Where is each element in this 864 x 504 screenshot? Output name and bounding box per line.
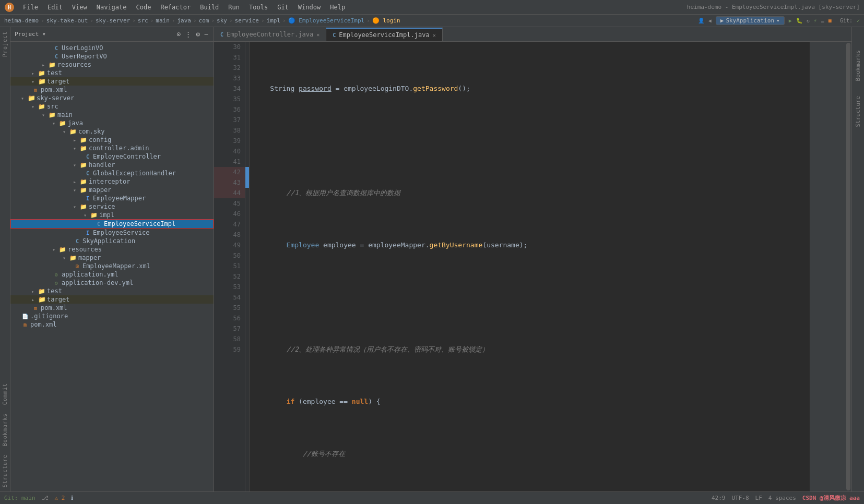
profile-button[interactable]: ⚡ [814,18,817,23]
code-content[interactable]: String password = employeeLoginDTO.getPa… [250,42,810,491]
tree-item-target2[interactable]: ▸ 📁 target [10,295,214,304]
line-47: 47 [214,219,245,230]
line-43: 43 [214,177,245,188]
tab-empserviceimpl[interactable]: C EmployeeServiceImpl.java ✕ [326,28,442,41]
stop-button[interactable]: ■ [829,18,832,23]
gutter: 30 31 32 33 34 35 36 37 38 39 40 41 42 4… [214,42,245,491]
tree-item-test[interactable]: ▸ 📁 test [10,69,214,77]
tree-item-appyml[interactable]: ⚙ application.yml [10,270,214,279]
panel-icon-minimize[interactable]: − [203,29,209,39]
line-54: 54 [214,292,245,303]
tree-item-empmapper-xml[interactable]: 🗎 EmployeeMapper.xml [10,262,214,270]
more-button[interactable]: … [821,18,824,23]
tree-item-pom[interactable]: m pom.xml [10,86,214,94]
tree-item-interceptor[interactable]: ▸ 📁 interceptor [10,177,214,186]
structure-tab[interactable]: Structure [1,452,9,489]
code-line-30: String password = employeeLoginDTO.getPa… [250,83,810,94]
status-right: 42:9 UTF-8 LF 4 spaces CSDN @清风微凉 aaa [712,494,860,502]
tree-item-empmapper[interactable]: I EmployeeMapper [10,194,214,202]
tree-item-userloginvo[interactable]: C UserLoginVO [10,44,214,52]
breadcrumb-method[interactable]: 🟠 login [372,17,400,24]
tree-item-java[interactable]: ▾ 📁 java [10,119,214,127]
breadcrumb-service[interactable]: service [235,17,259,24]
menu-tools[interactable]: Tools [245,3,272,12]
tree-item-handler[interactable]: ▾ 📁 handler [10,161,214,169]
line-36: 36 [214,104,245,115]
tab-empcontroller[interactable]: C EmployeeController.java ✕ [214,28,326,41]
line-51: 51 [214,261,245,271]
tree-item-skyapp[interactable]: C SkyApplication [10,237,214,245]
user-icon: 👤 [698,18,704,23]
tree-item-controller-admin[interactable]: ▾ 📁 controller.admin [10,144,214,152]
breadcrumb-server[interactable]: sky-server [96,17,130,24]
menu-edit[interactable]: Edit [43,3,67,12]
project-tab[interactable]: Project [1,29,9,59]
menu-file[interactable]: File [19,3,42,12]
line-45: 45 [214,198,245,209]
right-tab-structure[interactable]: Structure [854,94,862,129]
tree-item-globalex[interactable]: C GlobalExceptionHandler [10,169,214,177]
code-editor: 30 31 32 33 34 35 36 37 38 39 40 41 42 4… [214,42,851,491]
tree-item-empserviceimpl[interactable]: C EmployeeServiceImpl [10,219,214,229]
breadcrumb-sky[interactable]: sky [217,17,227,24]
right-tab-bookmarks[interactable]: Bookmarks [854,48,862,83]
tree-item-empservice[interactable]: I EmployeeService [10,229,214,237]
menu-code[interactable]: Code [132,3,156,12]
breadcrumb-heima[interactable]: heima-demo [4,17,39,24]
commit-tab[interactable]: Commit [1,381,9,407]
line-59: 59 [214,344,245,355]
panel-icon-sync[interactable]: ⊙ [176,29,182,39]
tree-item-comsky[interactable]: ▾ 📁 com.sky [10,127,214,136]
status-line-col: 42:9 [712,495,726,501]
run-config[interactable]: ▶ SkyApplication ▾ [716,16,785,25]
tree-item-userreportvo[interactable]: C UserReportVO [10,52,214,61]
menu-help[interactable]: Help [326,3,349,12]
breadcrumb-class[interactable]: 🔵 EmployeeServiceImpl [288,17,364,24]
status-csdn: CSDN @清风微凉 aaa [802,494,860,502]
tree-item-empcontroller[interactable]: C EmployeeController [10,152,214,161]
breadcrumb-java[interactable]: java [177,17,191,24]
bookmarks-tab[interactable]: Bookmarks [1,411,9,448]
tree-item-appdevyml[interactable]: ⚙ application-dev.yml [10,279,214,287]
back-icon[interactable]: ◀ [708,18,712,23]
menu-window[interactable]: Window [294,3,325,12]
tab-close-empserviceimpl[interactable]: ✕ [433,32,436,38]
tree-item-mapper2[interactable]: ▾ 📁 mapper [10,254,214,262]
tree-item-resources[interactable]: ▸ 📁 resources [10,61,214,69]
line-42: 42 [214,167,245,177]
menu-refactor[interactable]: Refactor [156,3,195,12]
minimap[interactable] [810,42,851,491]
line-57: 57 [214,323,245,334]
scrollbar-thumb[interactable] [846,43,850,490]
breadcrumb-com[interactable]: com [199,17,209,24]
tree-item-pom3[interactable]: m pom.xml [10,320,214,329]
tab-close-empcontroller[interactable]: ✕ [316,32,319,38]
breadcrumb-impl[interactable]: impl [267,17,281,24]
tree-item-main[interactable]: ▾ 📁 main [10,111,214,119]
breadcrumb-main[interactable]: main [156,17,170,24]
tree-item-test2[interactable]: ▸ 📁 test [10,287,214,295]
breadcrumb-src[interactable]: src [138,17,148,24]
menu-view[interactable]: View [68,3,91,12]
tree-item-service[interactable]: ▾ 📁 service [10,202,214,211]
menu-navigate[interactable]: Navigate [92,3,131,12]
tree-item-mapper[interactable]: ▾ 📁 mapper [10,186,214,194]
panel-icon-collapse[interactable]: ⋮ [184,29,193,39]
tree-item-src[interactable]: ▾ 📁 src [10,102,214,111]
run-button[interactable]: ▶ [789,18,792,23]
panel-icon-settings[interactable]: ⚙ [195,29,201,39]
tree-item-target[interactable]: ▾ 📁 target [10,77,214,86]
breadcrumb-taketout[interactable]: sky-take-out [46,17,88,24]
tree-item-sky-server[interactable]: ▾ 📁 sky-server [10,94,214,102]
tree-item-config[interactable]: ▸ 📁 config [10,136,214,144]
tree-item-gitignore[interactable]: 📄 .gitignore [10,312,214,320]
debug-button[interactable]: 🐛 [796,18,802,23]
refresh-button[interactable]: ↻ [807,18,810,23]
menu-git[interactable]: Git [273,3,293,12]
tree-item-impl[interactable]: ▾ 📁 impl [10,211,214,219]
tree-item-resources2[interactable]: ▾ 📁 resources [10,245,214,254]
line-49: 49 [214,240,245,250]
menu-build[interactable]: Build [196,3,223,12]
menu-run[interactable]: Run [224,3,244,12]
tree-item-pom2[interactable]: m pom.xml [10,304,214,312]
